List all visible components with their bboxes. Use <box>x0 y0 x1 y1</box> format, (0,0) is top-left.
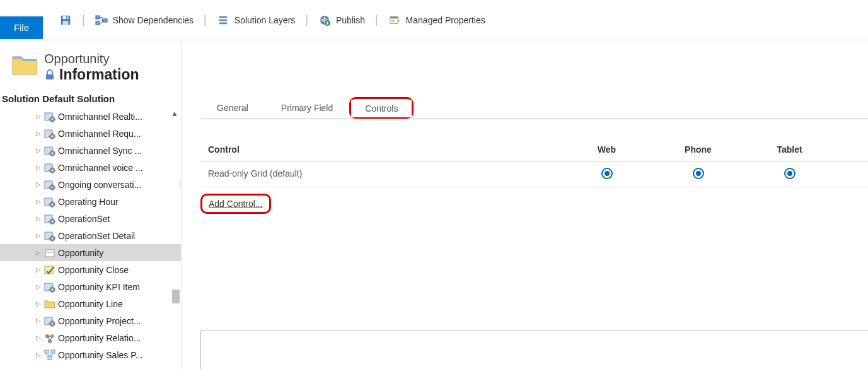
expand-caret-icon[interactable]: ▷ <box>35 147 42 154</box>
entity-type-icon <box>44 111 55 122</box>
header-phone: Phone <box>652 144 744 155</box>
publish-icon <box>318 14 331 26</box>
svg-rect-7 <box>219 16 227 18</box>
tab-controls[interactable]: Controls <box>351 100 412 117</box>
expand-caret-icon[interactable]: ▷ <box>35 113 42 120</box>
tree-item[interactable]: ▷Operating Hour <box>0 193 181 210</box>
expand-caret-icon[interactable]: ▷ <box>35 334 42 341</box>
managed-properties-button[interactable]: Managed Properties <box>383 11 490 29</box>
grid-row[interactable]: Read-only Grid (default) <box>200 161 868 187</box>
expand-caret-icon[interactable]: ▷ <box>35 300 42 307</box>
add-control-highlight: Add Control... <box>200 194 868 214</box>
scrollbar-track[interactable] <box>172 120 180 366</box>
scrollbar-thumb[interactable] <box>172 290 180 303</box>
tree-item[interactable]: ▷Opportunity Project... <box>0 312 181 329</box>
svg-rect-3 <box>66 16 67 19</box>
expand-caret-icon[interactable]: ▷ <box>35 181 42 188</box>
entity-tree: ▲ ▷Omnichannel Realti...▷Omnichannel Req… <box>0 108 181 369</box>
entity-type-icon <box>44 349 55 361</box>
tree-item-label: Omnichannel Requ... <box>58 129 141 139</box>
toolbar-separator: | <box>204 13 207 26</box>
tree-item[interactable]: ▷Omnichannel Sync ... <box>0 142 181 159</box>
publish-button[interactable]: Publish <box>313 11 370 29</box>
expand-caret-icon[interactable]: ▷ <box>35 283 42 290</box>
tab-controls-highlight: Controls <box>349 97 414 119</box>
svg-point-51 <box>52 203 54 205</box>
file-menu-button[interactable]: File <box>0 16 43 39</box>
tree-item-label: OperationSet Detail <box>58 231 135 241</box>
solution-layers-button[interactable]: Solution Layers <box>212 11 301 29</box>
svg-point-16 <box>52 118 54 120</box>
toolbar-separator: | <box>305 13 308 26</box>
entity-type-icon <box>44 128 55 139</box>
tree-item-label: Opportunity Relatio... <box>58 333 141 343</box>
svg-rect-8 <box>219 19 227 21</box>
solution-layers-label: Solution Layers <box>234 15 296 25</box>
tree-item[interactable]: ▷Opportunity KPI Item <box>0 278 181 295</box>
svg-point-37 <box>52 169 54 171</box>
svg-rect-92 <box>48 356 52 360</box>
radio-tablet[interactable] <box>784 168 796 179</box>
tree-item-label: Opportunity Sales P... <box>58 350 142 360</box>
tree-item[interactable]: ▷OperationSet <box>0 210 181 227</box>
expand-caret-icon[interactable]: ▷ <box>35 164 42 171</box>
toolbar-items: | Show Dependencies | Solution Layers | … <box>54 11 490 29</box>
entity-header: Opportunity Information <box>0 40 181 90</box>
entity-type-icon <box>44 179 55 190</box>
radio-phone[interactable] <box>693 168 704 179</box>
svg-rect-4 <box>96 16 100 19</box>
entity-type-icon <box>44 213 55 225</box>
show-dependencies-button[interactable]: Show Dependencies <box>90 11 199 29</box>
expand-caret-icon[interactable]: ▷ <box>35 317 42 324</box>
svg-point-58 <box>52 220 54 222</box>
expand-caret-icon[interactable]: ▷ <box>35 249 42 256</box>
publish-label: Publish <box>336 15 365 25</box>
grid-header: Control Web Phone Tablet <box>200 138 868 161</box>
tree-item[interactable]: ▷Opportunity Line <box>0 295 181 312</box>
managed-properties-label: Managed Properties <box>406 15 485 25</box>
tree-item[interactable]: ▷Ongoing conversati... <box>0 176 181 193</box>
expand-caret-icon[interactable]: ▷ <box>35 232 42 239</box>
svg-point-75 <box>52 288 54 290</box>
tree-item[interactable]: ▷Opportunity Relatio... <box>0 329 181 346</box>
tree-item[interactable]: ▷Omnichannel Requ... <box>0 125 181 142</box>
tree-item[interactable]: ▷Opportunity Sales P... <box>0 346 181 363</box>
entity-type-icon <box>44 281 55 293</box>
svg-rect-1 <box>63 16 69 19</box>
content: Opportunity Information Solution Default… <box>0 40 868 369</box>
svg-rect-2 <box>63 20 69 24</box>
expand-caret-icon[interactable]: ▷ <box>35 215 42 222</box>
tree-item[interactable]: ▷Opportunity Close <box>0 261 181 278</box>
entity-type-icon <box>44 332 55 344</box>
show-dependencies-label: Show Dependencies <box>113 15 194 25</box>
expand-caret-icon[interactable]: ▷ <box>35 351 42 358</box>
solution-label: Solution Default Solution <box>0 90 181 108</box>
expand-caret-icon[interactable]: ▷ <box>35 198 42 205</box>
expand-caret-icon[interactable]: ▷ <box>35 130 42 137</box>
tab-general[interactable]: General <box>200 98 265 119</box>
add-control-link[interactable]: Add Control... <box>209 199 263 209</box>
tabs: General Primary Field Controls <box>200 97 868 119</box>
entity-subtitle: Information <box>59 66 139 83</box>
lock-icon <box>44 69 55 81</box>
main-panel: General Primary Field Controls Control W… <box>182 40 868 369</box>
tree-item[interactable]: ▷Omnichannel Realti... <box>0 108 181 125</box>
entity-type-icon <box>44 264 55 276</box>
tree-item-label: Opportunity Project... <box>58 316 141 326</box>
tree-item[interactable]: ▷Opportunity <box>0 244 181 261</box>
entity-type-icon <box>44 298 55 310</box>
svg-rect-70 <box>45 250 54 257</box>
detail-panel <box>200 331 868 369</box>
entity-type-icon <box>44 315 55 327</box>
scroll-up-arrow[interactable]: ▲ <box>171 109 178 118</box>
tab-primary-field[interactable]: Primary Field <box>265 98 349 119</box>
tree-item[interactable]: ▷Omnichannel voice ... <box>0 159 181 176</box>
svg-rect-13 <box>46 74 54 79</box>
save-button[interactable] <box>54 11 77 29</box>
expand-caret-icon[interactable]: ▷ <box>35 266 42 273</box>
toolbar: File | Show Dependencies | Solution Laye… <box>0 0 868 40</box>
radio-web[interactable] <box>601 168 613 179</box>
tree-item[interactable]: ▷OperationSet Detail <box>0 227 181 244</box>
tree-item-label: Operating Hour <box>58 197 119 207</box>
folder-icon <box>11 53 38 77</box>
